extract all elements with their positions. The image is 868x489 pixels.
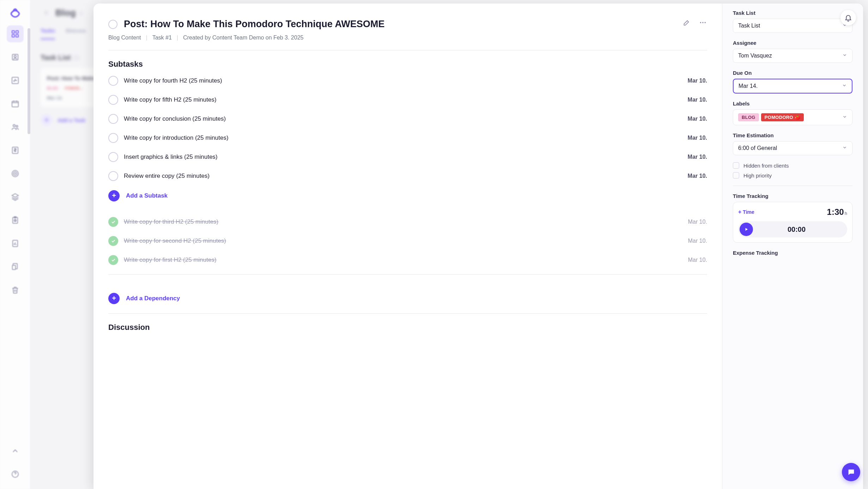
labels-select[interactable]: BLOG POMODORO 🍅	[733, 109, 852, 125]
assignee-label: Assignee	[733, 40, 852, 46]
add-dependency[interactable]: + Add a Dependency	[108, 293, 707, 304]
tab-discuss[interactable]: Discuss	[66, 28, 86, 40]
sidebar-item-trash[interactable]	[7, 282, 24, 298]
expense-tracking-label: Expense Tracking	[733, 250, 852, 256]
subtask-date: Mar 10.	[688, 219, 707, 225]
svg-point-21	[700, 22, 701, 23]
label-tag-blog[interactable]: BLOG	[738, 113, 759, 121]
sidebar-item-calendar[interactable]	[7, 95, 24, 112]
edit-icon[interactable]	[682, 18, 691, 27]
subtask-checkbox[interactable]	[108, 171, 118, 181]
app-logo	[9, 6, 22, 19]
subtask-label: Review entire copy (25 minutes)	[124, 173, 682, 180]
chevron-down-icon	[842, 53, 847, 59]
subtask-date: Mar 10.	[688, 135, 707, 141]
subtask-checkbox[interactable]	[108, 133, 118, 143]
svg-rect-19	[12, 265, 16, 270]
chat-fab[interactable]	[842, 463, 860, 481]
svg-rect-7	[12, 101, 18, 107]
time-estimation-select[interactable]: 6:00 of General	[733, 141, 852, 155]
subtask-checkbox[interactable]	[108, 76, 118, 86]
subtask-date: Mar 10.	[688, 173, 707, 179]
sidebar-item-layers[interactable]	[7, 188, 24, 205]
discussion-heading: Discussion	[108, 323, 707, 332]
subtask-checkbox-done[interactable]	[108, 255, 118, 265]
subtask-row[interactable]: Write copy for conclusion (25 minutes) M…	[108, 114, 707, 124]
sidebar-item-docs[interactable]	[7, 258, 24, 275]
subtask-checkbox[interactable]	[108, 152, 118, 162]
subtask-row-completed[interactable]: Write copy for first H2 (25 minutes) Mar…	[108, 255, 707, 265]
subtask-checkbox[interactable]	[108, 95, 118, 105]
task-modal: Post: How To Make This Pomodoro Techniqu…	[94, 4, 863, 489]
time-estimation-label: Time Estimation	[733, 132, 852, 138]
subtask-row[interactable]: Write copy for introduction (25 minutes)…	[108, 133, 707, 143]
subtask-row[interactable]: Review entire copy (25 minutes) Mar 10.	[108, 171, 707, 181]
add-time-button[interactable]: + Time	[738, 209, 754, 215]
sidebar-item-target[interactable]	[7, 165, 24, 182]
subtask-date: Mar 10.	[688, 78, 707, 84]
task-complete-checkbox[interactable]	[108, 20, 117, 29]
project-title: Blog	[55, 7, 76, 18]
subtask-row[interactable]: Insert graphics & links (25 minutes) Mar…	[108, 152, 707, 162]
sidebar-item-billing[interactable]	[7, 142, 24, 159]
svg-rect-6	[12, 77, 18, 84]
task-list-select[interactable]: Task List	[733, 19, 852, 33]
plus-icon	[41, 114, 53, 126]
subtask-checkbox-done[interactable]	[108, 217, 118, 227]
labels-label: Labels	[733, 101, 852, 107]
sidebar-item-profile[interactable]	[7, 49, 24, 66]
back-icon[interactable]	[41, 7, 52, 18]
sidebar	[0, 0, 30, 489]
chevron-down-icon	[842, 114, 847, 121]
sidebar-item-clipboard[interactable]	[7, 212, 24, 229]
sidebar-item-team[interactable]	[7, 119, 24, 135]
assignee-select[interactable]: Tom Vasquez	[733, 49, 852, 63]
timer-play-button[interactable]	[740, 223, 753, 236]
svg-rect-3	[16, 35, 18, 37]
subtask-checkbox-done[interactable]	[108, 236, 118, 246]
time-tracking-card: + Time 1:30h 00:00	[733, 202, 852, 243]
sidebar-item-reports[interactable]	[7, 235, 24, 252]
sidebar-item-dashboard[interactable]	[7, 25, 24, 42]
subtask-row[interactable]: Write copy for fifth H2 (25 minutes) Mar…	[108, 95, 707, 105]
list-count: (1)	[73, 55, 80, 61]
high-priority-label: High priority	[743, 173, 772, 179]
subtask-date: Mar 10.	[688, 97, 707, 103]
subtask-date: Mar 10.	[688, 154, 707, 160]
svg-point-9	[16, 126, 18, 127]
task-project[interactable]: Blog Content	[108, 35, 141, 41]
sidebar-item-activity[interactable]	[7, 72, 24, 89]
subtask-label: Insert graphics & links (25 minutes)	[124, 153, 682, 161]
high-priority-checkbox[interactable]	[733, 172, 739, 179]
tab-tasks[interactable]: Tasks	[41, 28, 55, 40]
task-created-by: Created by Content Team Demo on Feb 3. 2…	[183, 35, 303, 41]
add-subtask[interactable]: + Add a Subtask	[108, 190, 707, 201]
notifications-button[interactable]	[840, 10, 856, 25]
subtask-label: Write copy for third H2 (25 minutes)	[124, 218, 682, 225]
svg-point-22	[702, 22, 704, 23]
subtask-label: Write copy for first H2 (25 minutes)	[124, 256, 682, 264]
subtask-label: Write copy for second H2 (25 minutes)	[124, 237, 682, 244]
subtask-date: Mar 10.	[688, 257, 707, 263]
svg-point-23	[705, 22, 706, 23]
subtask-checkbox[interactable]	[108, 114, 118, 124]
subtask-row-completed[interactable]: Write copy for second H2 (25 minutes) Ma…	[108, 236, 707, 246]
subtask-label: Write copy for introduction (25 minutes)	[124, 134, 682, 141]
due-on-select[interactable]: Mar 14.	[733, 79, 852, 93]
svg-rect-2	[12, 35, 14, 37]
subtask-row-completed[interactable]: Write copy for third H2 (25 minutes) Mar…	[108, 217, 707, 227]
subtasks-heading: Subtasks	[108, 60, 707, 69]
plus-icon: +	[108, 293, 120, 304]
task-title[interactable]: Post: How To Make This Pomodoro Techniqu…	[124, 18, 676, 30]
subtask-row[interactable]: Write copy for fourth H2 (25 minutes) Ma…	[108, 76, 707, 86]
hidden-from-clients-label: Hidden from clients	[743, 163, 789, 169]
sidebar-collapse[interactable]	[7, 442, 24, 459]
chevron-down-icon	[842, 145, 847, 151]
sidebar-help[interactable]	[7, 466, 24, 483]
hidden-from-clients-checkbox[interactable]	[733, 162, 739, 169]
svg-point-8	[13, 125, 15, 127]
due-on-label: Due On	[733, 70, 852, 76]
label-tag-pomodoro[interactable]: POMODORO 🍅	[761, 113, 804, 121]
subtask-label: Write copy for fourth H2 (25 minutes)	[124, 77, 682, 84]
more-menu-icon[interactable]	[699, 18, 707, 27]
